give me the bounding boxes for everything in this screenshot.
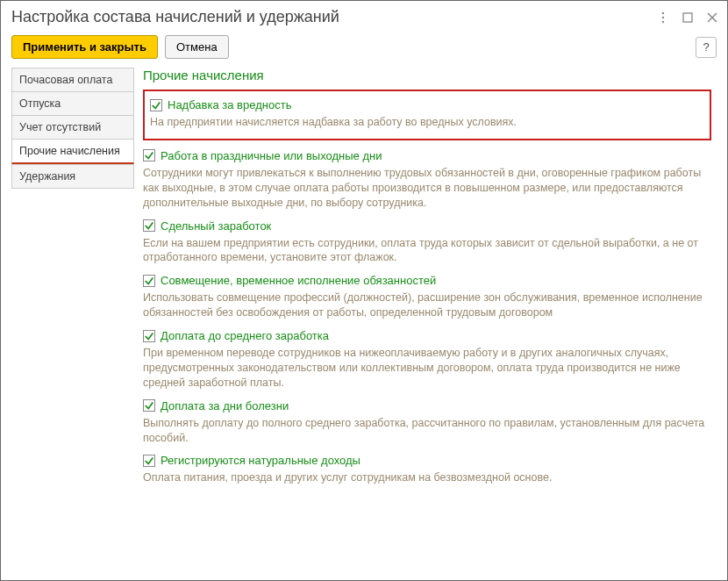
sidebar-item-2[interactable]: Учет отсутствий [11, 115, 134, 139]
svg-point-1 [662, 16, 664, 18]
option-2: Сдельный заработокЕсли на вашем предприя… [143, 219, 711, 266]
sidebar: Почасовая оплатаОтпускаУчет отсутствийПр… [11, 68, 134, 494]
option-1: Работа в праздничные или выходные дниСот… [143, 149, 711, 211]
option-3: Совмещение, временное исполнение обязанн… [143, 274, 711, 320]
apply-close-button[interactable]: Применить и закрыть [11, 35, 158, 59]
option-label-3: Совмещение, временное исполнение обязанн… [161, 274, 436, 287]
help-button[interactable]: ? [696, 37, 717, 58]
option-label-4: Доплата до среднего заработка [161, 329, 329, 342]
checkbox-3[interactable] [143, 275, 155, 287]
option-desc-5: Выполнять доплату до полного среднего за… [143, 416, 711, 446]
option-label-6: Регистрируются натуральные доходы [161, 454, 360, 467]
option-0: Надбавка за вредностьНа предприятии начи… [143, 90, 711, 140]
option-desc-1: Сотрудники могут привлекаться к выполнен… [143, 166, 711, 211]
option-desc-3: Использовать совмещение профессий (должн… [143, 290, 711, 320]
checkbox-5[interactable] [143, 399, 155, 412]
kebab-icon[interactable] [657, 11, 669, 24]
checkbox-4[interactable] [143, 330, 155, 342]
section-title: Прочие начисления [143, 68, 711, 82]
close-icon[interactable] [706, 11, 718, 24]
option-desc-6: Оплата питания, проезда и других услуг с… [143, 470, 711, 485]
svg-point-0 [662, 11, 664, 13]
window-title: Настройка состава начислений и удержаний [11, 8, 657, 26]
option-label-1: Работа в праздничные или выходные дни [161, 149, 382, 162]
checkbox-1[interactable] [143, 149, 155, 161]
option-label-2: Сдельный заработок [161, 219, 271, 233]
sidebar-item-3[interactable]: Прочие начисления [11, 139, 134, 164]
sidebar-item-4[interactable]: Удержания [11, 164, 134, 189]
cancel-button[interactable]: Отмена [165, 35, 229, 59]
option-desc-0: На предприятии начисляется надбавка за р… [150, 115, 701, 130]
option-label-0: Надбавка за вредность [168, 98, 291, 111]
option-6: Регистрируются натуральные доходыОплата … [143, 454, 711, 485]
option-desc-2: Если на вашем предприятии есть сотрудник… [143, 236, 711, 266]
option-label-5: Доплата за дни болезни [161, 399, 289, 412]
checkbox-6[interactable] [143, 455, 155, 467]
maximize-icon[interactable] [682, 11, 694, 24]
sidebar-item-1[interactable]: Отпуска [11, 91, 134, 115]
content-area: Прочие начисления Надбавка за вредностьН… [143, 68, 717, 494]
checkbox-0[interactable] [150, 99, 162, 111]
sidebar-item-0[interactable]: Почасовая оплата [11, 68, 134, 91]
svg-rect-3 [683, 13, 692, 22]
svg-point-2 [662, 20, 664, 22]
option-4: Доплата до среднего заработкаПри временн… [143, 329, 711, 391]
checkbox-2[interactable] [143, 219, 155, 232]
option-5: Доплата за дни болезниВыполнять доплату … [143, 399, 711, 446]
option-desc-4: При временном переводе сотрудников на ни… [143, 346, 711, 391]
